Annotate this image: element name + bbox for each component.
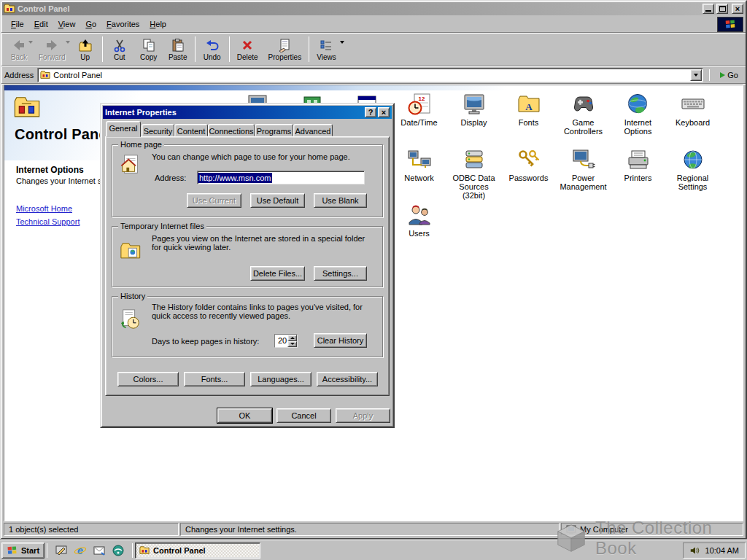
- settings-button[interactable]: Settings...: [314, 266, 367, 281]
- cut-icon: [112, 38, 127, 52]
- undo-button[interactable]: Undo: [198, 34, 227, 65]
- back-button[interactable]: Back: [4, 34, 34, 65]
- icon-network[interactable]: Network: [392, 145, 446, 201]
- technical-support-link[interactable]: Technical Support: [16, 217, 80, 226]
- chevron-up-icon: [290, 337, 295, 339]
- tab-content[interactable]: Content: [174, 124, 208, 136]
- taskbar-divider: [132, 543, 133, 558]
- dialog-close-button[interactable]: ×: [378, 107, 390, 117]
- status-zone: My Computer: [561, 523, 743, 536]
- icon-printers[interactable]: Printers: [611, 145, 665, 201]
- use-blank-button[interactable]: Use Blank: [314, 193, 367, 208]
- menu-file[interactable]: File: [6, 17, 29, 31]
- cut-button[interactable]: Cut: [105, 34, 134, 65]
- apply-button[interactable]: Apply: [336, 408, 390, 423]
- copy-button[interactable]: Copy: [134, 34, 163, 65]
- use-default-button[interactable]: Use Default: [250, 193, 305, 208]
- use-current-button[interactable]: Use Current: [187, 193, 241, 208]
- address-separator: [709, 69, 710, 81]
- delete-files-button[interactable]: Delete Files...: [250, 266, 305, 281]
- views-icon: [319, 38, 333, 52]
- icon-users[interactable]: Users: [392, 201, 446, 256]
- dialog-title: Internet Properties: [105, 108, 363, 117]
- properties-button[interactable]: Properties: [263, 34, 307, 65]
- menu-edit[interactable]: Edit: [29, 17, 53, 31]
- chevron-down-icon: [290, 343, 295, 345]
- dialog-help-button[interactable]: ?: [365, 107, 376, 117]
- colors-button[interactable]: Colors...: [117, 372, 179, 386]
- close-button[interactable]: ×: [732, 4, 743, 14]
- show-desktop-icon[interactable]: [54, 543, 69, 558]
- cancel-button[interactable]: Cancel: [276, 408, 331, 423]
- temp-files-group: Temporary Internet files Pages you view …: [112, 226, 383, 287]
- paste-button[interactable]: Paste: [163, 34, 193, 65]
- menu-go[interactable]: Go: [80, 17, 101, 31]
- help-icon: ?: [368, 108, 374, 117]
- spinner-up-button[interactable]: [287, 335, 297, 341]
- forward-button[interactable]: Forward: [34, 34, 71, 65]
- ok-button[interactable]: OK: [217, 408, 272, 423]
- control-panel-icon: [139, 545, 150, 556]
- icon-fonts[interactable]: A Fonts: [501, 90, 556, 145]
- accessibility-button[interactable]: Accessibility...: [317, 372, 378, 386]
- toolbar-separator: [102, 36, 103, 62]
- tab-general[interactable]: General: [106, 121, 141, 137]
- home-address-input[interactable]: http://www.msn.com: [197, 171, 365, 184]
- tab-connections[interactable]: Connections: [208, 124, 255, 136]
- tab-security[interactable]: Security: [142, 124, 174, 136]
- history-days-spinner[interactable]: 20: [274, 334, 298, 348]
- up-button[interactable]: Up: [71, 34, 100, 65]
- channels-icon[interactable]: [111, 543, 125, 558]
- icon-passwords[interactable]: Passwords: [501, 145, 556, 201]
- spinner-down-button[interactable]: [287, 341, 297, 348]
- svg-text:12: 12: [418, 96, 425, 102]
- start-button[interactable]: Start: [1, 542, 44, 559]
- game-controllers-icon: [572, 93, 595, 116]
- microsoft-home-link[interactable]: Microsoft Home: [16, 204, 72, 213]
- tab-advanced[interactable]: Advanced: [293, 124, 333, 136]
- task-button-control-panel[interactable]: Control Panel: [135, 542, 260, 559]
- printers-icon: [627, 148, 650, 171]
- internet-explorer-icon[interactable]: e: [73, 543, 88, 558]
- window-title: Control Panel: [18, 4, 700, 13]
- history-text: The History folder contains links to pag…: [152, 303, 371, 320]
- passwords-icon: [517, 148, 541, 171]
- views-button[interactable]: Views: [311, 34, 345, 65]
- power-management-icon: [572, 148, 595, 171]
- go-button[interactable]: Go: [716, 69, 743, 81]
- date-time-icon: 12: [408, 93, 431, 116]
- home-page-legend: Home page: [118, 140, 164, 149]
- icon-display[interactable]: Display: [446, 90, 501, 145]
- menu-help[interactable]: Help: [144, 17, 171, 31]
- forward-icon: [44, 38, 59, 52]
- history-days-value: 20: [275, 335, 287, 347]
- address-label: Address: [4, 71, 34, 79]
- minimize-button[interactable]: [703, 4, 714, 14]
- icon-date-time[interactable]: 12 Date/Time: [392, 90, 446, 145]
- icon-game-controllers[interactable]: Game Controllers: [556, 90, 611, 145]
- maximize-button[interactable]: [716, 4, 728, 14]
- clock[interactable]: 10:04 AM: [705, 546, 739, 555]
- icon-internet-options[interactable]: Internet Options: [611, 90, 665, 145]
- address-dropdown-button[interactable]: [690, 69, 702, 81]
- languages-button[interactable]: Languages...: [250, 372, 311, 386]
- volume-icon[interactable]: [689, 545, 701, 556]
- menu-view[interactable]: View: [53, 17, 81, 31]
- address-combo[interactable]: Control Panel: [37, 68, 703, 82]
- clear-history-button[interactable]: Clear History: [314, 333, 367, 348]
- tab-programs[interactable]: Programs: [255, 124, 293, 136]
- fonts-button[interactable]: Fonts...: [184, 372, 245, 386]
- svg-text:A: A: [525, 101, 533, 112]
- delete-button[interactable]: Delete: [232, 34, 263, 65]
- outlook-express-icon[interactable]: [92, 543, 107, 558]
- icon-odbc[interactable]: ODBC Data Sources (32bit): [446, 145, 501, 201]
- toolbar-separator: [195, 36, 196, 62]
- menu-favorites[interactable]: Favorites: [101, 17, 144, 31]
- paste-icon: [171, 38, 185, 52]
- icon-power-management[interactable]: Power Management: [556, 145, 611, 201]
- content-area: Control Panel Internet Options Changes y…: [4, 85, 743, 521]
- icon-keyboard[interactable]: Keyboard: [665, 90, 720, 145]
- menu-bar: File Edit View Go Favorites Help: [1, 16, 746, 33]
- history-group: History The History folder contains link…: [112, 296, 383, 357]
- icon-regional-settings[interactable]: Regional Settings: [665, 145, 720, 201]
